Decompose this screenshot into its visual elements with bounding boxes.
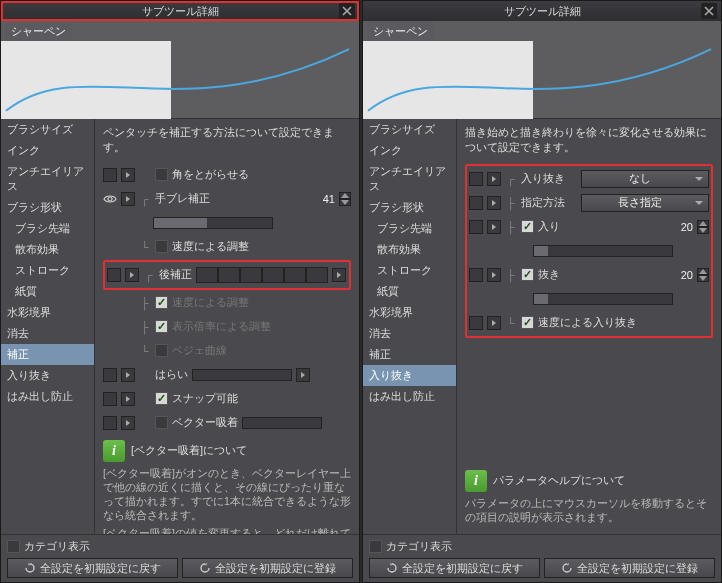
sidebar-item[interactable]: ブラシサイズ: [1, 119, 94, 140]
expand-icon[interactable]: [487, 172, 501, 186]
eye-icon[interactable]: [103, 192, 117, 206]
sidebar-item[interactable]: 水彩境界: [363, 302, 456, 323]
checkbox[interactable]: [155, 240, 168, 253]
param-toggle[interactable]: [469, 196, 483, 210]
brush-preview: シャーペン: [1, 21, 359, 119]
param-toggle[interactable]: [107, 268, 121, 282]
sidebar-item[interactable]: ブラシ先端: [1, 218, 94, 239]
row-speed-adjust-2: ├ 速度による調整: [103, 292, 351, 314]
expand-icon[interactable]: [121, 192, 135, 206]
row-stabilization: ┌ 手ブレ補正 41: [103, 188, 351, 210]
slider[interactable]: [533, 293, 673, 305]
label: 手ブレ補正: [155, 191, 210, 206]
sidebar-item[interactable]: 散布効果: [1, 239, 94, 260]
info-icon: i: [465, 470, 487, 492]
sidebar-item[interactable]: 紙質: [363, 281, 456, 302]
label: 抜き: [538, 267, 560, 282]
sidebar-item[interactable]: インク: [363, 140, 456, 161]
row-sharpen-corners: 角をとがらせる: [103, 164, 351, 186]
panel-title: サブツール詳細: [504, 4, 581, 19]
param-toggle[interactable]: [469, 268, 483, 282]
spinner[interactable]: [697, 268, 709, 282]
category-checkbox[interactable]: [7, 540, 20, 553]
checkbox[interactable]: [521, 268, 534, 281]
sidebar-item[interactable]: 紙質: [1, 281, 94, 302]
param-toggle[interactable]: [469, 220, 483, 234]
param-toggle[interactable]: [103, 368, 117, 382]
sidebar-item[interactable]: ストローク: [363, 260, 456, 281]
reset-all-button[interactable]: 全設定を初期設定に戻す: [7, 558, 178, 578]
sidebar-item[interactable]: アンチエイリアス: [1, 161, 94, 197]
label: 角をとがらせる: [172, 167, 249, 182]
sidebar-item[interactable]: ブラシ形状: [1, 197, 94, 218]
spinner[interactable]: [339, 192, 351, 206]
sidebar-item[interactable]: ストローク: [1, 260, 94, 281]
param-toggle[interactable]: [103, 392, 117, 406]
label: 表示倍率による調整: [172, 319, 271, 334]
dropdown-inout[interactable]: なし: [581, 170, 709, 188]
segment-bar[interactable]: [196, 267, 328, 283]
sidebar-item[interactable]: ブラシ先端: [363, 218, 456, 239]
category-checkbox[interactable]: [369, 540, 382, 553]
checkbox[interactable]: [155, 392, 168, 405]
tool-label: シャーペン: [367, 23, 434, 40]
spinner[interactable]: [697, 220, 709, 234]
slider[interactable]: [153, 217, 273, 229]
brush-preview: シャーペン: [363, 21, 721, 119]
sidebar-item[interactable]: 散布効果: [363, 239, 456, 260]
close-button[interactable]: [339, 3, 355, 19]
checkbox[interactable]: [155, 168, 168, 181]
slider[interactable]: [242, 417, 322, 429]
param-toggle[interactable]: [469, 316, 483, 330]
checkbox[interactable]: [155, 416, 168, 429]
label: 入り: [538, 219, 560, 234]
label: ベクター吸着: [172, 415, 238, 430]
row-taper: はらい: [103, 364, 351, 386]
dropdown-method[interactable]: 長さ指定: [581, 194, 709, 212]
checkbox[interactable]: [521, 220, 534, 233]
expand-icon[interactable]: [487, 316, 501, 330]
expand-arrow[interactable]: [332, 268, 346, 282]
sidebar-item[interactable]: 水彩境界: [1, 302, 94, 323]
checkbox[interactable]: [521, 316, 534, 329]
expand-icon[interactable]: [487, 268, 501, 282]
param-toggle[interactable]: [469, 172, 483, 186]
expand-icon[interactable]: [121, 368, 135, 382]
expand-icon[interactable]: [121, 416, 135, 430]
sidebar-item[interactable]: アンチエイリアス: [363, 161, 456, 197]
sidebar-item[interactable]: ブラシサイズ: [363, 119, 456, 140]
expand-icon[interactable]: [125, 268, 139, 282]
panel-footer: カテゴリ表示 全設定を初期設定に戻す 全設定を初期設定に登録: [363, 534, 721, 582]
row-speed-adjust: └ 速度による調整: [103, 236, 351, 258]
sidebar-item[interactable]: ブラシ形状: [363, 197, 456, 218]
checkbox[interactable]: [155, 320, 168, 333]
sidebar-item[interactable]: 補正: [1, 344, 94, 365]
expand-icon[interactable]: [121, 168, 135, 182]
sidebar-item[interactable]: 補正: [363, 344, 456, 365]
info-title: パラメータヘルプについて: [493, 473, 625, 488]
row-snap: スナップ可能: [103, 388, 351, 410]
reset-all-button[interactable]: 全設定を初期設定に戻す: [369, 558, 540, 578]
sidebar-item[interactable]: はみ出し防止: [1, 386, 94, 407]
sidebar-item[interactable]: はみ出し防止: [363, 386, 456, 407]
slider[interactable]: [192, 369, 292, 381]
checkbox[interactable]: [155, 296, 168, 309]
sidebar-item[interactable]: 入り抜き: [363, 365, 456, 386]
param-toggle[interactable]: [103, 168, 117, 182]
checkbox[interactable]: [155, 344, 168, 357]
expand-icon[interactable]: [487, 196, 501, 210]
register-all-button[interactable]: 全設定を初期設定に登録: [182, 558, 353, 578]
sidebar-item[interactable]: インク: [1, 140, 94, 161]
info-text: パラメータの上にマウスカーソルを移動するとその項目の説明が表示されます。: [465, 496, 713, 524]
slider[interactable]: [533, 245, 673, 257]
expand-arrow[interactable]: [296, 368, 310, 382]
sidebar-item[interactable]: 消去: [363, 323, 456, 344]
expand-icon[interactable]: [121, 392, 135, 406]
close-button[interactable]: [701, 3, 717, 19]
sidebar-item[interactable]: 消去: [1, 323, 94, 344]
highlight-inout-params: ┌ 入り抜き なし ├ 指定方法 長さ指定 ├ 入り: [465, 164, 713, 338]
param-toggle[interactable]: [103, 416, 117, 430]
expand-icon[interactable]: [487, 220, 501, 234]
register-all-button[interactable]: 全設定を初期設定に登録: [544, 558, 715, 578]
sidebar-item[interactable]: 入り抜き: [1, 365, 94, 386]
